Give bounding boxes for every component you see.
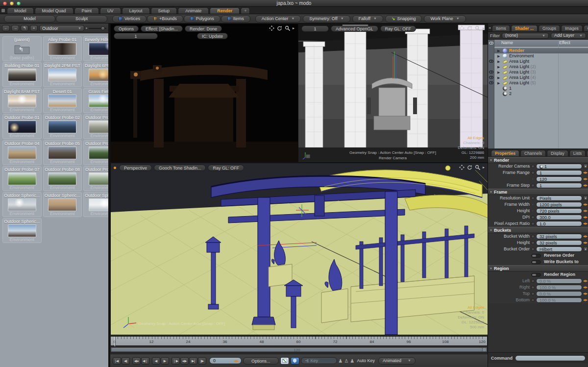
expand-arrow-icon[interactable]: ▶ [497, 70, 500, 75]
channel-toggle[interactable] [531, 279, 535, 283]
prop-field[interactable]: 0.0 % [536, 278, 582, 284]
animated-dropdown[interactable]: Animated ▼ [378, 357, 416, 365]
camera-gl-viewport[interactable]: 1 Advanced OpenGL Ray GL: OFF ▸ All Edge… [298, 24, 488, 162]
visibility-eye-icon[interactable] [489, 81, 493, 84]
transport-button-6[interactable]: ❘▶ [172, 357, 180, 365]
items-button[interactable]: Items [221, 15, 250, 23]
expand-arrow-icon[interactable]: ▶ [497, 48, 500, 53]
orbit-icon[interactable] [467, 25, 472, 31]
work-plane-dropdown[interactable]: Work Plane▼ [424, 15, 466, 23]
mini-stepper-icon[interactable]: ◀▶ [583, 285, 588, 290]
prop-field[interactable]: Hilbert [536, 246, 582, 252]
back-arrow-button[interactable]: ← [2, 25, 10, 31]
viewport-menu-caret-icon[interactable]: ▸ [293, 26, 294, 30]
up-directory-button[interactable]: ↰ [21, 25, 28, 31]
shader-tree-row-area-light-5[interactable]: ▶Area Light (5) [494, 80, 588, 86]
expand-arrow-icon[interactable]: ▶ [497, 59, 500, 64]
timeline-range-segment[interactable]: 120 [112, 348, 482, 351]
expand-arrow-icon[interactable]: ▶ [497, 75, 500, 80]
channel-toggle[interactable] [531, 298, 535, 302]
preset-outdoor-spheric[interactable]: Outdoor Spheric...Environment [83, 192, 108, 217]
visibility-eye-icon[interactable] [489, 76, 493, 79]
expand-arrow-icon[interactable]: ▶ [497, 80, 500, 86]
mini-stepper-icon[interactable]: ◀▶ [583, 183, 588, 188]
forward-arrow-button[interactable]: → [11, 25, 19, 31]
snapping-dropdown[interactable]: ↘Snapping [385, 15, 422, 23]
section-header-buckets[interactable]: Buckets [488, 227, 588, 233]
tab-overflow-arrow-icon[interactable]: ◂ [489, 25, 490, 30]
mini-stepper-icon[interactable]: ◀▶ [583, 215, 588, 220]
channel-toggle[interactable] [531, 165, 535, 168]
shader-tree-row-area-light[interactable]: ▶Area Light [494, 59, 588, 64]
viewport-menu-caret-icon[interactable]: ▸ [483, 165, 485, 170]
preset-beverly-hills-pro[interactable]: Beverly Hills Pro...Environment [83, 36, 108, 61]
channel-toggle[interactable] [531, 235, 535, 238]
pan-icon[interactable] [269, 25, 274, 31]
name-column-header[interactable]: Name [501, 40, 513, 46]
shading-mode-button[interactable]: Gooch Tone Shadin... [154, 165, 206, 171]
prop-field[interactable]: 0.0 % [536, 291, 582, 296]
transport-button-3[interactable]: ◀❘ [141, 357, 149, 365]
vertices-button[interactable]: Vertices [112, 15, 147, 23]
mini-stepper-icon[interactable]: ◀▶ [583, 297, 588, 303]
set-key-button[interactable] [291, 357, 299, 365]
properties-tab-properties[interactable]: Properties [491, 150, 519, 156]
channel-toggle[interactable] [531, 203, 535, 206]
polygons-button[interactable]: Polygons [184, 15, 220, 23]
timeline-range-bar[interactable]: 120 [110, 347, 488, 352]
shader-tree-row-1[interactable]: 1 [494, 86, 588, 91]
preset-outdoor-probe-07[interactable]: Outdoor Probe 07Environment [2, 166, 42, 191]
viewport-menu-caret-icon[interactable]: ▸ [483, 26, 485, 30]
layout-tab-item[interactable]: + [241, 7, 250, 14]
prop-field[interactable]: 1.0 [536, 221, 582, 226]
channel-toggle[interactable] [531, 241, 535, 245]
symmetry-off-dropdown[interactable]: Symmetry: Off▼ [303, 15, 350, 23]
channel-toggle[interactable] [531, 171, 535, 174]
add-preset-button[interactable]: + [30, 25, 38, 31]
shader-tree-row-2[interactable]: 2 [494, 91, 588, 97]
checkbox-toggle[interactable] [531, 260, 541, 264]
shader-tree-row-environment[interactable]: ▶Environment [494, 53, 588, 59]
layout-tab-model[interactable]: Model [7, 7, 34, 14]
shader-tree-row-area-light-3[interactable]: ▶Area Light (3) [494, 70, 588, 75]
channel-toggle[interactable] [531, 184, 535, 187]
preview-render-status-button[interactable]: Render: Done [185, 25, 222, 32]
orbit-icon[interactable] [277, 25, 282, 31]
perspective-viewport[interactable]: Perspective Gooch Tone Shadin... Ray GL:… [110, 163, 488, 334]
prop-field[interactable]: 120 [536, 176, 582, 182]
timeline-playhead[interactable] [115, 337, 115, 346]
properties-tab-channels[interactable]: Channels [520, 150, 546, 156]
chevron-down-icon[interactable]: ▼ [583, 164, 588, 169]
transport-button-0[interactable]: |◀ [113, 357, 121, 365]
transport-button-4[interactable]: ◀ [152, 357, 160, 365]
preset-outdoor-probe-05[interactable]: Outdoor Probe 05Environment [43, 140, 82, 165]
preset-outdoor-probe-04[interactable]: Outdoor Probe 04Environment [2, 140, 42, 165]
layout-tab-animate[interactable]: Animate [178, 7, 209, 14]
transport-button-2[interactable]: ◀● [132, 357, 141, 365]
timeline-ruler[interactable]: 01224364860728496108120 [110, 336, 488, 346]
preset-desert-01[interactable]: Desert 01Environment [43, 88, 82, 113]
shader-tree-row-render[interactable]: ▶Render [494, 48, 588, 53]
mini-stepper-icon[interactable]: ◀▶ [583, 208, 588, 214]
channel-toggle[interactable] [531, 209, 535, 213]
graph-editor-button[interactable] [280, 357, 289, 365]
mini-stepper-icon[interactable]: ◀▶ [583, 202, 588, 207]
layout-tab-layout[interactable]: Layout [122, 7, 150, 14]
mini-stepper-icon[interactable]: ◀▶ [583, 291, 588, 296]
actor-icon[interactable]: ♟ [339, 357, 343, 365]
prop-field[interactable]: 100.0 % [536, 285, 582, 290]
timeline-range-grip[interactable] [483, 348, 486, 351]
section-header-render[interactable]: Render [488, 157, 588, 163]
shader-tree-row-area-light-4[interactable]: ▶Area Light (4) [494, 75, 588, 80]
preset-daylight-2pm-pst[interactable]: Daylight 2PM PSTEnvironment [43, 62, 82, 87]
preset-parent-folder[interactable]: (parent)(base paths) [2, 36, 42, 61]
prop-field[interactable]: 1200 pixels [536, 202, 582, 207]
layout-tab-setup[interactable]: Setup [151, 7, 177, 14]
timeline-options-button[interactable]: Options... [243, 357, 279, 365]
preset-outdoor-probe-08[interactable]: Outdoor Probe 08Environment [43, 166, 82, 191]
prop-field[interactable]: 1 [536, 170, 582, 175]
transport-button-9[interactable]: |▶ [198, 357, 206, 365]
section-header-frame[interactable]: Frame [488, 189, 588, 195]
preset-outdoor-probe-09[interactable]: Outdoor Probe 09Environment [83, 166, 108, 191]
channel-toggle[interactable] [531, 216, 535, 219]
